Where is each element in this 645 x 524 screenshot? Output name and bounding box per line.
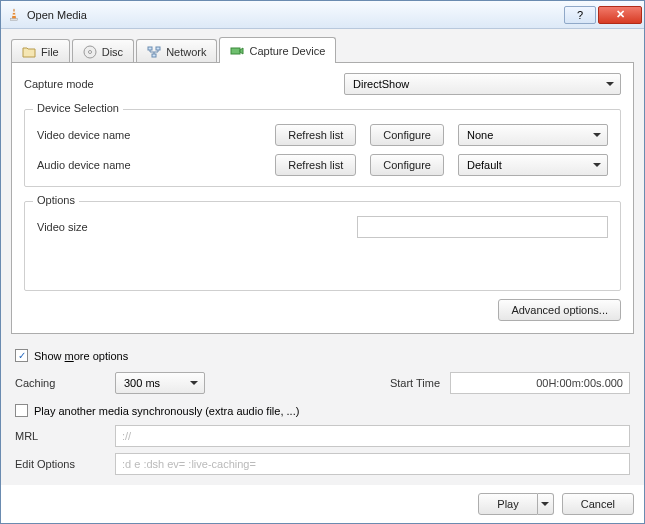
svg-rect-1 xyxy=(13,11,16,12)
audio-device-label: Audio device name xyxy=(37,159,261,171)
play-sync-checkbox[interactable]: Play another media synchronously (extra … xyxy=(15,404,630,417)
tab-network-label: Network xyxy=(166,46,206,58)
svg-rect-7 xyxy=(152,54,156,57)
more-options-area: ✓ Show more options Caching 300 ms Start… xyxy=(11,345,634,475)
window-title: Open Media xyxy=(27,9,562,21)
capture-mode-row: Capture mode DirectShow xyxy=(24,73,621,95)
capture-device-icon xyxy=(230,44,244,58)
svg-point-4 xyxy=(88,50,91,53)
play-button[interactable]: Play xyxy=(478,493,537,515)
close-button[interactable]: ✕ xyxy=(598,6,642,24)
edit-options-row: Edit Options :d e :dsh ev= :live-caching… xyxy=(15,453,630,475)
svg-rect-5 xyxy=(148,47,152,50)
tab-disc[interactable]: Disc xyxy=(72,39,134,63)
caching-spinner[interactable]: 300 ms xyxy=(115,372,205,394)
svg-rect-8 xyxy=(231,48,240,54)
capture-panel: Capture mode DirectShow Device Selection… xyxy=(11,62,634,334)
edit-options-input[interactable]: :d e :dsh ev= :live-caching= xyxy=(115,453,630,475)
tab-capture-device[interactable]: Capture Device xyxy=(219,37,336,63)
advanced-options-button[interactable]: Advanced options... xyxy=(498,299,621,321)
capture-mode-select[interactable]: DirectShow xyxy=(344,73,621,95)
cancel-button[interactable]: Cancel xyxy=(562,493,634,515)
start-time-label: Start Time xyxy=(390,377,440,389)
play-split-button: Play xyxy=(478,493,553,515)
audio-device-select[interactable]: Default xyxy=(458,154,608,176)
caching-row: Caching 300 ms Start Time 00H:00m:00s.00… xyxy=(15,372,630,394)
capture-mode-label: Capture mode xyxy=(24,78,344,90)
titlebar: Open Media ? ✕ xyxy=(1,1,644,29)
mrl-input[interactable]: :// xyxy=(115,425,630,447)
content-area: File Disc Network Capture Device Capture… xyxy=(1,29,644,485)
tab-bar: File Disc Network Capture Device xyxy=(11,37,634,63)
video-size-label: Video size xyxy=(37,221,357,233)
show-more-options-checkbox[interactable]: ✓ Show more options xyxy=(15,349,630,362)
device-grid: Video device name Refresh list Configure… xyxy=(37,124,608,176)
folder-icon xyxy=(22,45,36,59)
tab-file-label: File xyxy=(41,46,59,58)
tab-network[interactable]: Network xyxy=(136,39,217,63)
tab-file[interactable]: File xyxy=(11,39,70,63)
play-dropdown-button[interactable] xyxy=(538,493,554,515)
footer: Play Cancel xyxy=(1,485,644,523)
close-icon: ✕ xyxy=(616,8,625,21)
video-configure-button[interactable]: Configure xyxy=(370,124,444,146)
capture-mode-value: DirectShow xyxy=(353,78,409,90)
caching-label: Caching xyxy=(15,377,105,389)
start-time-input[interactable]: 00H:00m:00s.000 xyxy=(450,372,630,394)
play-sync-label: Play another media synchronously (extra … xyxy=(34,405,299,417)
mrl-row: MRL :// xyxy=(15,425,630,447)
svg-rect-0 xyxy=(11,18,18,20)
options-group: Options Video size xyxy=(24,201,621,291)
show-more-label: Show more options xyxy=(34,350,128,362)
disc-icon xyxy=(83,45,97,59)
video-size-input[interactable] xyxy=(357,216,608,238)
mrl-label: MRL xyxy=(15,430,105,442)
advanced-row: Advanced options... xyxy=(24,299,621,321)
svg-rect-2 xyxy=(12,14,16,15)
audio-refresh-button[interactable]: Refresh list xyxy=(275,154,356,176)
audio-configure-button[interactable]: Configure xyxy=(370,154,444,176)
video-device-label: Video device name xyxy=(37,129,261,141)
open-media-window: Open Media ? ✕ File Disc Network Capture… xyxy=(0,0,645,524)
device-selection-legend: Device Selection xyxy=(33,102,123,114)
vlc-cone-icon xyxy=(7,8,21,22)
edit-options-label: Edit Options xyxy=(15,458,105,470)
tab-disc-label: Disc xyxy=(102,46,123,58)
video-device-select[interactable]: None xyxy=(458,124,608,146)
svg-rect-6 xyxy=(156,47,160,50)
options-legend: Options xyxy=(33,194,79,206)
device-selection-group: Device Selection Video device name Refre… xyxy=(24,109,621,187)
checkbox-icon xyxy=(15,404,28,417)
network-icon xyxy=(147,45,161,59)
video-refresh-button[interactable]: Refresh list xyxy=(275,124,356,146)
checkbox-icon: ✓ xyxy=(15,349,28,362)
tab-capture-label: Capture Device xyxy=(249,45,325,57)
help-icon: ? xyxy=(577,9,583,21)
help-button[interactable]: ? xyxy=(564,6,596,24)
